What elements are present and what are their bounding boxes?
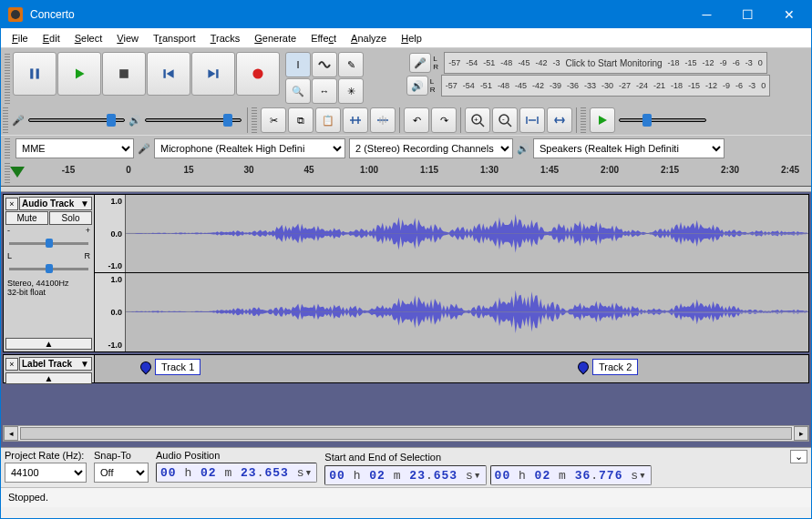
timeline-tick: -15 <box>62 165 75 175</box>
undo-button[interactable]: ↶ <box>404 107 429 133</box>
minimize-button[interactable]: ─ <box>686 1 727 28</box>
stop-button[interactable] <box>102 52 146 96</box>
scroll-right-button[interactable]: ▸ <box>794 426 808 441</box>
label-pin-icon[interactable] <box>576 360 591 375</box>
recording-channels-select[interactable]: 2 (Stereo) Recording Channels <box>349 138 513 158</box>
selection-end-field[interactable]: 00 h 02 m 36.776 s▾ <box>490 465 652 485</box>
timeline-tick: 2:00 <box>601 165 619 175</box>
multi-tool[interactable]: ✳ <box>338 78 364 104</box>
selection-start-field[interactable]: 00 h 02 m 23.653 s▾ <box>324 465 486 485</box>
collapse-button[interactable]: ▲ <box>5 338 92 350</box>
zoom-in-button[interactable]: + <box>465 107 490 133</box>
menu-generate[interactable]: Generate <box>247 28 303 47</box>
envelope-tool[interactable] <box>312 52 337 77</box>
fit-project-button[interactable] <box>547 107 572 133</box>
selection-tool[interactable]: I <box>285 52 311 77</box>
menu-edit[interactable]: Edit <box>36 28 67 47</box>
playback-meter[interactable]: -57-54-51-48-45-42-39-36-33-30-27-24-21-… <box>441 75 770 97</box>
project-rate-select[interactable]: 44100 <box>5 463 87 483</box>
close-button[interactable]: ✕ <box>768 1 809 28</box>
grip-handle[interactable] <box>581 107 586 133</box>
label-marker[interactable]: Track 2 <box>578 359 638 375</box>
play-at-speed-button[interactable] <box>590 107 615 133</box>
menu-help[interactable]: Help <box>394 28 429 47</box>
mute-button[interactable]: Mute <box>5 211 48 225</box>
grip-handle[interactable] <box>5 138 10 158</box>
quickplay-pin-icon[interactable] <box>10 167 25 178</box>
recording-device-select[interactable]: Microphone (Realtek High Defini <box>154 138 345 158</box>
menu-analyze[interactable]: Analyze <box>344 28 394 47</box>
trim-button[interactable] <box>343 107 368 133</box>
svg-marker-2 <box>76 68 85 78</box>
play-button[interactable] <box>57 52 101 96</box>
recording-meter[interactable]: -57-54-51-48-45-42-3 Click to Start Moni… <box>444 52 766 74</box>
timeline-tick: 30 <box>243 165 253 175</box>
recording-volume-slider[interactable] <box>26 111 127 129</box>
scroll-left-button[interactable]: ◂ <box>4 426 18 441</box>
menu-file[interactable]: File <box>5 28 36 47</box>
playback-speed-slider[interactable] <box>617 111 708 129</box>
waveform-area[interactable]: 1.0 0.0 -1.0 1.0 0.0 -1.0 <box>95 195 808 351</box>
playback-volume-slider[interactable] <box>143 111 243 129</box>
playback-device-select[interactable]: Speakers (Realtek High Definiti <box>533 138 725 158</box>
speaker-meter-icon[interactable]: 🔊 <box>406 76 428 96</box>
cut-button[interactable]: ✂ <box>261 107 286 133</box>
label-text[interactable]: Track 1 <box>155 359 200 375</box>
timeshift-tool[interactable]: ↔ <box>312 78 337 104</box>
audio-host-select[interactable]: MME <box>15 138 134 158</box>
track-close-button[interactable]: × <box>5 358 18 371</box>
label-track-content[interactable]: Track 1Track 2 <box>95 355 808 382</box>
skip-end-button[interactable] <box>191 52 235 96</box>
grip-handle[interactable] <box>3 107 8 133</box>
svg-text:-: - <box>502 115 505 123</box>
solo-button[interactable]: Solo <box>49 211 92 225</box>
silence-button[interactable] <box>370 107 396 133</box>
timeline-tick: 15 <box>183 165 193 175</box>
menu-select[interactable]: Select <box>67 28 110 47</box>
zoom-tool[interactable]: 🔍 <box>285 78 311 104</box>
scroll-thumb[interactable] <box>20 427 792 440</box>
pause-button[interactable] <box>13 52 57 96</box>
timeline-tick: 0 <box>126 165 131 175</box>
menu-tracks[interactable]: Tracks <box>203 28 248 47</box>
track-info: Stereo, 44100Hz 32-bit float <box>5 277 92 299</box>
record-button[interactable] <box>236 52 280 96</box>
mic-icon: 🎤 <box>138 143 150 155</box>
track-menu-button[interactable]: Label Track▼ <box>19 357 92 371</box>
timeline-tick: 1:00 <box>360 165 378 175</box>
pan-slider[interactable] <box>9 263 88 274</box>
menu-effect[interactable]: Effect <box>303 28 344 47</box>
horizontal-scrollbar[interactable]: ◂ ▸ <box>3 425 809 442</box>
track-menu-button[interactable]: Audio Track▼ <box>19 197 92 210</box>
timeline-ruler[interactable]: -1501530451:001:151:301:452:002:152:302:… <box>1 161 811 187</box>
draw-tool[interactable]: ✎ <box>338 52 364 77</box>
label-pin-icon[interactable] <box>139 360 154 375</box>
audio-position-field[interactable]: 00 h 02 m 23.653 s▾ <box>156 463 317 483</box>
maximize-button[interactable]: ☐ <box>727 1 768 28</box>
grip-handle[interactable] <box>252 107 257 133</box>
label-marker[interactable]: Track 1 <box>140 359 200 375</box>
gain-slider[interactable] <box>9 238 88 249</box>
selection-mode-dropdown[interactable]: ⌄ <box>790 450 807 463</box>
redo-button[interactable]: ↷ <box>431 107 457 133</box>
paste-button[interactable]: 📋 <box>315 107 341 133</box>
copy-button[interactable]: ⧉ <box>288 107 313 133</box>
menu-transport[interactable]: Transport <box>146 28 203 47</box>
svg-rect-7 <box>216 69 218 78</box>
skip-start-button[interactable] <box>147 52 190 96</box>
label-text[interactable]: Track 2 <box>592 359 638 375</box>
timeline-tick: 2:15 <box>661 165 679 175</box>
snap-to-select[interactable]: Off <box>94 463 149 483</box>
mic-meter-icon[interactable]: 🎤 <box>409 53 431 73</box>
svg-point-8 <box>252 68 262 78</box>
zoom-out-button[interactable]: - <box>492 107 518 133</box>
track-close-button[interactable]: × <box>5 198 18 210</box>
collapse-button[interactable]: ▲ <box>5 372 92 384</box>
selection-toolbar: Project Rate (Hz): 44100 Snap-To Off Aud… <box>1 447 811 487</box>
svg-rect-1 <box>36 68 39 78</box>
grip-handle[interactable] <box>5 52 10 104</box>
label-track: × Label Track▼ ▲ Track 1Track 2 <box>3 354 809 383</box>
fit-selection-button[interactable] <box>519 107 545 133</box>
device-toolbar: MME 🎤 Microphone (Realtek High Defini 2 … <box>1 135 811 161</box>
menu-view[interactable]: View <box>109 28 146 47</box>
